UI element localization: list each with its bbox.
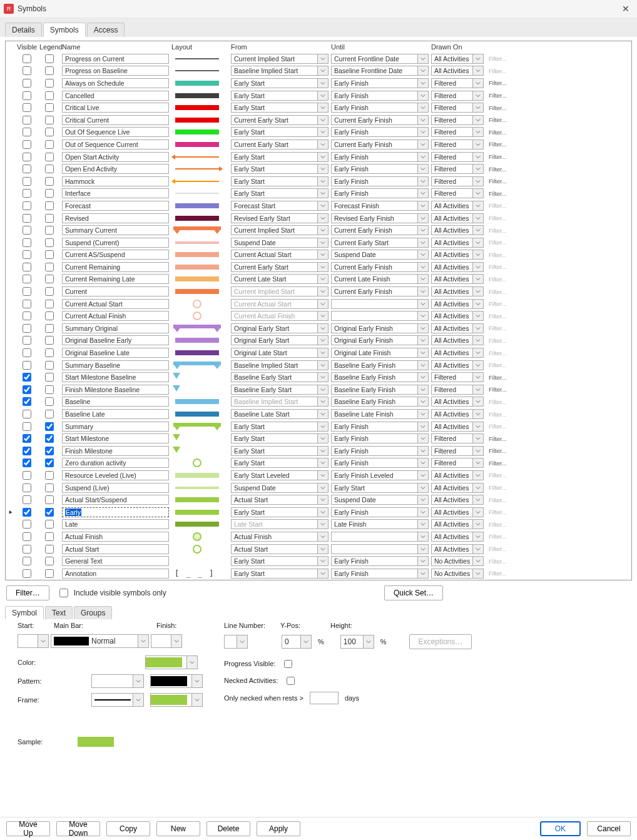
visible-checkbox[interactable] — [23, 91, 31, 100]
until-select[interactable]: Early Finish — [331, 188, 429, 198]
legend-checkbox[interactable] — [45, 373, 54, 382]
name-cell[interactable]: Actual Start — [62, 544, 169, 554]
visible-checkbox[interactable] — [23, 128, 31, 136]
row-filter-button[interactable]: Filter... — [486, 372, 506, 382]
visible-checkbox[interactable] — [23, 483, 31, 492]
visible-checkbox[interactable] — [23, 250, 31, 259]
tab-access[interactable]: Access — [87, 23, 125, 37]
grid-row[interactable]: Open Start ActivityEarly StartEarly Fini… — [6, 151, 631, 163]
until-select[interactable]: Late Finish — [331, 519, 429, 529]
until-select[interactable]: Original Late Finish — [331, 348, 429, 358]
legend-checkbox[interactable] — [45, 238, 54, 247]
drawn-on-select[interactable]: Filtered — [431, 152, 484, 162]
drawn-on-select[interactable]: All Activities — [431, 201, 484, 211]
legend-checkbox[interactable] — [45, 128, 54, 136]
legend-checkbox[interactable] — [45, 275, 54, 283]
grid-row[interactable]: InterfaceEarly StartEarly FinishFiltered… — [6, 188, 631, 200]
grid-row[interactable]: Suspend (Current)Suspend DateCurrent Ear… — [6, 236, 631, 249]
drawn-on-select[interactable]: No Activities — [431, 569, 484, 579]
until-select[interactable]: Original Early Finish — [331, 335, 429, 345]
name-cell[interactable]: Summary Original — [62, 323, 169, 333]
from-select[interactable]: Early Start — [231, 556, 329, 566]
from-select[interactable]: Early Start — [231, 569, 329, 579]
grid-row[interactable]: Current Actual FinishCurrent Actual Fini… — [6, 310, 631, 322]
drawn-on-select[interactable]: All Activities — [431, 507, 484, 517]
name-cell[interactable]: Actual Start/Suspend — [62, 495, 169, 505]
from-select[interactable]: Current Actual Finish — [231, 311, 329, 321]
from-select[interactable]: Actual Start — [231, 495, 329, 505]
name-cell[interactable]: Summary Current — [62, 225, 169, 235]
from-select[interactable]: Current Early Start — [231, 262, 329, 272]
from-select[interactable]: Original Late Start — [231, 348, 329, 358]
from-select[interactable]: Current Implied Start — [231, 225, 329, 235]
drawn-on-select[interactable]: All Activities — [431, 483, 484, 493]
grid-row[interactable]: RevisedRevised Early StartRevised Early … — [6, 212, 631, 225]
grid-row[interactable]: BaselineBaseline Implied StartBaseline E… — [6, 396, 631, 408]
from-select[interactable]: Revised Early Start — [231, 213, 329, 223]
legend-checkbox[interactable] — [45, 495, 54, 504]
visible-checkbox[interactable] — [23, 189, 31, 198]
drawn-on-select[interactable]: All Activities — [431, 495, 484, 505]
row-filter-button[interactable]: Filter... — [486, 127, 506, 137]
name-cell[interactable]: Actual Finish — [62, 532, 169, 542]
from-select[interactable]: Baseline Early Start — [231, 372, 329, 382]
finish-select[interactable] — [151, 634, 182, 648]
grid-row[interactable]: Start MilestoneEarly StartEarly FinishFi… — [6, 432, 631, 445]
legend-checkbox[interactable] — [45, 324, 54, 333]
from-select[interactable]: Early Start — [231, 164, 329, 174]
name-cell[interactable]: Out of Sequence Current — [62, 139, 169, 149]
visible-checkbox[interactable] — [23, 116, 31, 124]
grid-row[interactable]: Summary OriginalOriginal Early StartOrig… — [6, 322, 631, 335]
rests-input[interactable] — [310, 692, 339, 704]
visible-checkbox[interactable] — [23, 458, 31, 467]
name-cell[interactable]: Out Of Sequence Live — [62, 127, 169, 137]
from-select[interactable]: Current Actual Start — [231, 299, 329, 309]
visible-checkbox[interactable] — [23, 434, 31, 443]
from-select[interactable]: Early Start — [231, 176, 329, 186]
name-cell[interactable]: Late — [62, 519, 169, 529]
grid-row[interactable]: Progress on CurrentCurrent Implied Start… — [6, 53, 631, 65]
row-filter-button[interactable]: Filter... — [486, 458, 506, 468]
tab-details[interactable]: Details — [5, 23, 42, 37]
grid-row[interactable]: Finish MilestoneEarly StartEarly FinishF… — [6, 445, 631, 457]
drawn-on-select[interactable]: All Activities — [431, 225, 484, 235]
until-select[interactable]: Early Finish — [331, 127, 429, 137]
visible-checkbox[interactable] — [23, 153, 31, 161]
subtab-groups[interactable]: Groups — [74, 606, 112, 619]
quick-set-button[interactable]: Quick Set… — [384, 585, 443, 600]
grid-row[interactable]: Critical LiveEarly StartEarly FinishFilt… — [6, 101, 631, 114]
grid-row[interactable]: Current RemainingCurrent Early StartCurr… — [6, 261, 631, 273]
close-icon[interactable]: ✕ — [618, 4, 633, 14]
grid-row[interactable]: Out of Sequence CurrentCurrent Early Sta… — [6, 138, 631, 151]
until-select[interactable]: Revised Early Finish — [331, 213, 429, 223]
drawn-on-select[interactable]: All Activities — [431, 311, 484, 321]
visible-checkbox[interactable] — [23, 214, 31, 223]
copy-button[interactable]: Copy — [106, 821, 150, 836]
drawn-on-select[interactable]: All Activities — [431, 532, 484, 542]
drawn-on-select[interactable]: Filtered — [431, 433, 484, 443]
grid-row[interactable]: Summary BaselineBaseline Implied StartBa… — [6, 359, 631, 372]
grid-row[interactable]: LateLate StartLate FinishAll ActivitiesF… — [6, 519, 631, 531]
drawn-on-select[interactable]: Filtered — [431, 458, 484, 468]
from-select[interactable]: Original Early Start — [231, 335, 329, 345]
name-cell[interactable]: Current Actual Start — [62, 299, 169, 309]
from-select[interactable]: Early Start — [231, 422, 329, 432]
until-select[interactable]: Baseline Early Finish — [331, 360, 429, 370]
visible-checkbox[interactable] — [23, 300, 31, 308]
name-cell[interactable]: Current — [62, 286, 169, 296]
from-select[interactable]: Current Implied Start — [231, 54, 329, 64]
height-select[interactable]: 100 — [340, 635, 374, 649]
col-until[interactable]: Until — [330, 41, 430, 53]
visible-checkbox[interactable] — [23, 238, 31, 247]
grid-row[interactable]: Always on ScheduleEarly StartEarly Finis… — [6, 77, 631, 89]
mainbar-select[interactable]: Normal — [51, 634, 149, 648]
until-select[interactable]: Current Late Finish — [331, 274, 429, 284]
visible-checkbox[interactable] — [23, 545, 31, 554]
until-select[interactable] — [331, 299, 429, 309]
name-cell[interactable]: Critical Live — [62, 103, 169, 113]
visible-checkbox[interactable] — [23, 348, 31, 357]
col-drawn[interactable]: Drawn On — [430, 41, 485, 53]
until-select[interactable]: Baseline Late Finish — [331, 409, 429, 419]
name-cell[interactable]: Current Remaining — [62, 262, 169, 272]
grid-row[interactable]: Open End ActivityEarly StartEarly Finish… — [6, 163, 631, 175]
